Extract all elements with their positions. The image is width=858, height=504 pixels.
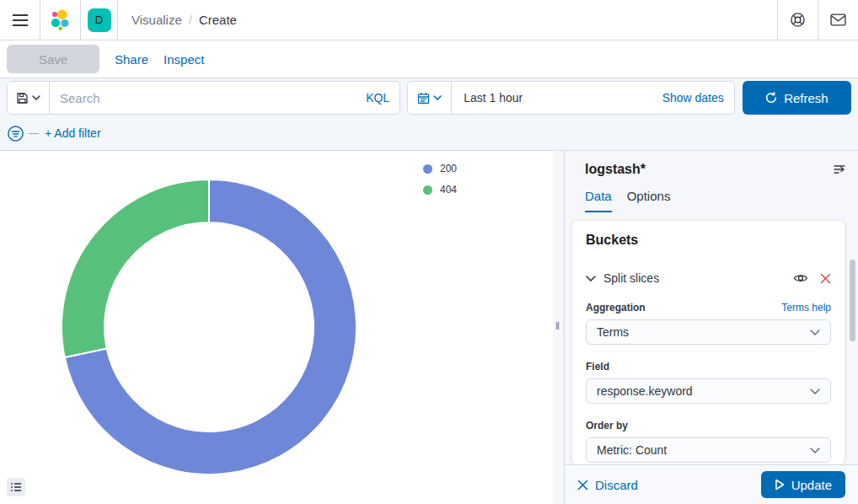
share-button[interactable]: Share [115,52,148,67]
tab-options[interactable]: Options [627,189,671,212]
chevron-down-icon [433,95,442,100]
elastic-logo[interactable] [40,0,81,40]
terms-help-link[interactable]: Terms help [781,302,831,314]
envelope-icon [830,13,846,26]
field-select[interactable]: response.keyword [586,378,831,404]
chevron-down-icon [810,448,820,453]
search-input[interactable] [50,82,366,114]
aggregation-label: Aggregation [586,302,646,314]
buckets-card: Buckets Split slices [572,221,845,464]
chevron-down-icon [586,276,596,281]
help-lifebuoy-icon [790,12,806,28]
refresh-button[interactable]: Refresh [743,81,851,115]
breadcrumb-visualize[interactable]: Visualize [131,13,182,27]
add-filter-button[interactable]: + Add filter [45,126,101,140]
saved-query-button[interactable] [8,82,50,114]
chart-area: 200 404 [0,151,553,504]
split-slices-label: Split slices [603,271,781,285]
legend-dot-404 [423,185,432,195]
quick-select-button[interactable] [408,82,452,114]
discard-button[interactable]: Discard [577,478,638,492]
breadcrumb-create: Create [199,13,237,27]
query-filter-strip: KQL Last 1 hour Show dates [0,78,858,151]
order-by-select[interactable]: Metric: Count [586,437,831,463]
toggle-visibility-button[interactable] [793,271,808,286]
order-by-group: Order by Metric: Count [586,420,831,463]
field-value: response.keyword [597,384,693,398]
play-icon [775,479,785,491]
buckets-title: Buckets [586,233,831,248]
legend-dot-200 [423,164,432,174]
field-label: Field [586,361,609,373]
update-label: Update [791,478,832,492]
refresh-label: Refresh [784,91,829,105]
save-button[interactable]: Save [7,45,99,73]
filter-bar: — + Add filter [7,121,851,145]
kql-language-toggle[interactable]: KQL [366,91,400,105]
save-query-icon [16,92,29,105]
chart-legend: 200 404 [423,163,457,205]
panel-footer: Discard Update [565,464,858,504]
close-icon [820,273,831,284]
newsfeed-button[interactable] [818,0,858,40]
breadcrumb-separator: / [189,13,192,27]
help-button[interactable] [777,0,818,40]
aggregation-group: Aggregation Terms help Terms [586,302,831,345]
elastic-logo-icon [50,9,72,31]
menu-button[interactable] [0,0,40,40]
close-icon [577,480,588,491]
legend-item-404[interactable]: 404 [423,184,457,196]
inspect-button[interactable]: Inspect [164,52,204,67]
breadcrumb: Visualize / Create [118,0,777,40]
resize-handle-icon: ‖ [555,320,560,332]
date-picker: Last 1 hour Show dates [407,81,735,115]
legend-label-404: 404 [440,184,457,196]
refresh-icon [765,92,777,104]
search-box: KQL [7,81,400,115]
donut-slice-404[interactable] [62,180,209,357]
main-content: 200 404 ‖ logstash* [0,151,858,504]
filter-dash: — [29,127,39,139]
discard-label: Discard [595,478,638,492]
donut-chart [0,151,553,504]
index-pattern-title: logstash* [585,162,646,177]
filter-icon[interactable] [7,125,24,142]
legend-label-200: 200 [440,163,457,174]
space-avatar: D [88,8,111,32]
chevron-down-icon [32,95,40,100]
panel-resizer[interactable]: ‖ [553,151,564,504]
visualize-toolbar: Save Share Inspect [0,40,858,78]
calendar-icon [417,92,430,105]
field-group: Field response.keyword [586,361,831,404]
collapse-panel-button[interactable] [833,163,846,176]
panel-header: logstash* [565,151,858,177]
list-icon [10,482,22,492]
eye-icon [793,271,808,286]
query-row: KQL Last 1 hour Show dates [7,81,851,115]
vis-editor-panel: logstash* Data Options Buckets [564,151,858,504]
panel-scrollbar[interactable] [850,260,855,341]
aggregation-select[interactable]: Terms [586,319,831,345]
split-slices-accordion[interactable]: Split slices [586,271,831,286]
aggregation-value: Terms [597,325,629,339]
tab-data[interactable]: Data [585,189,612,212]
update-button[interactable]: Update [761,471,845,498]
time-range-value[interactable]: Last 1 hour [452,91,662,105]
legend-item-200[interactable]: 200 [423,163,457,174]
editor-tabs: Data Options [585,189,858,212]
show-dates-button[interactable]: Show dates [662,91,734,105]
legend-toggle-button[interactable] [7,478,25,496]
chevron-down-icon [810,330,820,335]
menu-right-icon [833,163,846,176]
space-selector[interactable]: D [81,0,118,40]
hamburger-icon [12,13,29,27]
order-by-value: Metric: Count [597,443,667,457]
app-header: D Visualize / Create [0,0,858,40]
remove-bucket-button[interactable] [820,273,831,284]
chevron-down-icon [810,389,820,394]
order-by-label: Order by [586,420,628,432]
